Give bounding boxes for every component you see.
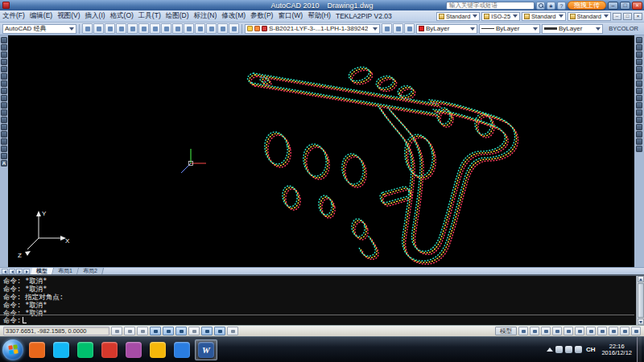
circle-icon[interactable] <box>1 80 7 87</box>
menu-item[interactable]: 编辑(E) <box>27 11 55 21</box>
drag-upload-button[interactable]: 拖拽上传 <box>568 1 606 10</box>
line-icon[interactable] <box>1 37 7 43</box>
redo-icon[interactable] <box>195 23 205 34</box>
extend-icon[interactable] <box>636 109 642 116</box>
menu-item[interactable]: 工具(T) <box>136 11 163 21</box>
cut-icon[interactable] <box>138 23 149 34</box>
dim-style-select[interactable]: ISO-25 <box>481 12 520 21</box>
tab-next-icon[interactable] <box>16 269 23 274</box>
maximize-button[interactable]: □ <box>620 2 630 10</box>
toolbar-lock-icon[interactable] <box>620 327 630 335</box>
table-style-select[interactable]: Standard <box>522 12 565 21</box>
quick-view-layouts-icon[interactable] <box>518 327 528 335</box>
workspace-switch-icon[interactable] <box>609 327 618 335</box>
menu-item[interactable]: TEKLA2PIP V2.03 <box>333 12 394 20</box>
model-space-button[interactable]: 模型 <box>495 327 517 335</box>
workspace-select[interactable]: AutoCAD 经典 <box>2 24 76 34</box>
browser-app-icon[interactable] <box>171 339 193 360</box>
qnew-icon[interactable] <box>82 23 93 34</box>
insert-block-icon[interactable] <box>1 117 7 123</box>
match-properties-icon[interactable] <box>172 23 183 34</box>
make-current-icon[interactable] <box>404 23 415 34</box>
copy-icon[interactable] <box>150 23 160 34</box>
hatch-icon[interactable] <box>1 138 7 145</box>
menu-item[interactable]: 视图(V) <box>55 11 82 21</box>
word-app-icon[interactable]: W <box>195 339 217 360</box>
quick-view-drawings-icon[interactable] <box>530 327 539 335</box>
undo-icon[interactable] <box>184 23 194 34</box>
plot-preview-icon[interactable] <box>127 23 138 34</box>
region-icon[interactable] <box>1 146 7 152</box>
layer-states-icon[interactable] <box>393 23 403 34</box>
erase-icon[interactable] <box>636 37 642 43</box>
osnap-toggle[interactable] <box>163 327 174 335</box>
volume-tray-icon[interactable] <box>565 346 572 353</box>
fillet-icon[interactable] <box>636 138 642 145</box>
polyline-icon[interactable] <box>1 51 7 58</box>
save-icon[interactable] <box>105 23 115 34</box>
menu-item[interactable]: 窗口(W) <box>275 11 305 21</box>
quick-properties-toggle[interactable] <box>227 327 238 335</box>
join-icon[interactable] <box>636 124 642 130</box>
stretch-icon[interactable] <box>636 95 642 101</box>
paste-icon[interactable] <box>161 23 171 34</box>
doc-close-button[interactable]: × <box>634 13 642 20</box>
favorites-star-icon[interactable]: ★ <box>547 2 555 10</box>
tab-layout2[interactable]: 布局2 <box>77 268 104 275</box>
move-icon[interactable] <box>636 73 642 80</box>
ortho-toggle[interactable] <box>137 327 148 335</box>
tab-model[interactable]: 模型 <box>31 268 54 275</box>
annotation-visibility-icon[interactable] <box>597 327 607 335</box>
menu-item[interactable]: 格式(O) <box>108 11 136 21</box>
offset-icon[interactable] <box>636 59 642 65</box>
color-select[interactable]: ByLayer <box>416 24 477 34</box>
snap-toggle[interactable] <box>111 327 122 335</box>
zoom-icon[interactable] <box>217 23 228 34</box>
tab-last-icon[interactable] <box>23 269 30 274</box>
network-tray-icon[interactable] <box>555 346 563 353</box>
menu-item[interactable]: 绘图(D) <box>163 11 192 21</box>
doc-restore-button[interactable]: □ <box>623 13 632 20</box>
otrack-toggle[interactable] <box>175 327 187 335</box>
rectangle-icon[interactable] <box>1 66 7 72</box>
chamfer-icon[interactable] <box>636 131 642 138</box>
pan-tool-icon[interactable] <box>541 327 551 335</box>
mirror-icon[interactable] <box>636 51 642 58</box>
pan-icon[interactable] <box>206 23 217 34</box>
scroll-thumb[interactable] <box>638 283 644 318</box>
ducs-toggle[interactable] <box>188 327 200 335</box>
steering-wheel-icon[interactable] <box>564 327 573 335</box>
rotate-icon[interactable] <box>636 80 642 87</box>
minimize-button[interactable]: – <box>608 2 618 10</box>
firefox-app-icon[interactable] <box>26 339 48 360</box>
clean-screen-icon[interactable] <box>631 327 641 335</box>
command-input[interactable]: 命令: <box>0 315 634 325</box>
menu-item[interactable]: 标注(N) <box>192 11 220 21</box>
scroll-down-icon[interactable] <box>638 319 644 325</box>
table-icon[interactable] <box>1 153 7 159</box>
language-indicator[interactable]: CH <box>584 346 597 353</box>
scroll-up-icon[interactable] <box>638 276 644 282</box>
tab-first-icon[interactable] <box>2 269 8 274</box>
music-app-icon[interactable] <box>147 339 169 360</box>
point-icon[interactable] <box>1 131 7 138</box>
copy-object-icon[interactable] <box>636 44 642 51</box>
close-button[interactable]: × <box>632 2 642 10</box>
explode-icon[interactable] <box>636 146 642 152</box>
layer-properties-icon[interactable] <box>382 23 392 34</box>
construction-line-icon[interactable] <box>1 44 7 51</box>
menu-item[interactable]: 修改(M) <box>219 11 248 21</box>
menu-item[interactable]: 文件(F) <box>0 11 27 21</box>
zoom-tool-icon[interactable] <box>552 327 562 335</box>
polar-toggle[interactable] <box>150 327 161 335</box>
menu-item[interactable]: 参数(P) <box>248 11 275 21</box>
taskbar-clock[interactable]: 22:16 2016/12/12 <box>599 343 634 356</box>
text-style-select[interactable]: Standard <box>436 12 480 21</box>
annotation-scale-icon[interactable] <box>586 327 596 335</box>
spline-icon[interactable] <box>1 95 7 101</box>
lineweight-toggle[interactable] <box>214 327 225 335</box>
lineweight-select[interactable]: ByLayer <box>542 24 603 34</box>
show-hidden-icons[interactable] <box>547 348 553 352</box>
plot-icon[interactable] <box>116 23 126 34</box>
infocenter-search-input[interactable] <box>446 2 535 10</box>
